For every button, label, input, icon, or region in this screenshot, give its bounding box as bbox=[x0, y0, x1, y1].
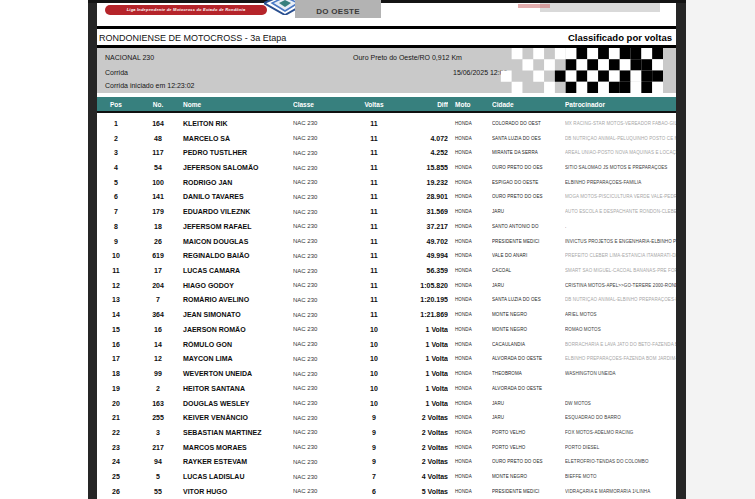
cell-patrocinador: INVICTUS PROJETOS E ENGENHARIA-ELBINHO P… bbox=[565, 239, 676, 244]
cell-voltas: 11 bbox=[353, 208, 395, 215]
cell-pos: 11 bbox=[97, 267, 135, 274]
page-frame-right bbox=[676, 0, 686, 499]
cell-classe: NAC 230 bbox=[293, 223, 353, 229]
cell-diff: 5 Voltas bbox=[395, 488, 448, 495]
cell-moto: HONDA bbox=[448, 430, 492, 435]
cell-classe: NAC 230 bbox=[293, 400, 353, 406]
table-row: 192HEITOR SANTANANAC 230101 VoltaHONDAAL… bbox=[97, 381, 676, 396]
column-header-no: No. bbox=[135, 101, 181, 108]
table-row: 2655VITOR HUGONAC 23065 VoltasHONDAPRESI… bbox=[97, 484, 676, 499]
cell-diff: 1:21.869 bbox=[395, 311, 448, 318]
cell-moto: HONDA bbox=[448, 356, 492, 361]
cell-name: LUCAS LADISLAU bbox=[181, 473, 293, 480]
table-row: 1516JAERSON ROMÃONAC 230101 VoltaHONDAMO… bbox=[97, 322, 676, 337]
cell-cidade: PRESIDENTE MÉDICI bbox=[492, 489, 565, 494]
cell-diff: 1 Volta bbox=[395, 370, 448, 377]
cell-diff: 31.569 bbox=[395, 208, 448, 215]
cell-moto: HONDA bbox=[448, 180, 492, 185]
cell-diff: 2 Voltas bbox=[395, 444, 448, 451]
column-header-diff: Diff bbox=[395, 101, 448, 108]
cell-pos: 9 bbox=[97, 238, 135, 245]
cell-patrocinador: MX RACING-STAR MOTOS-VEREADOR FABÃO-GIL-… bbox=[565, 121, 676, 126]
cell-moto: HONDA bbox=[448, 239, 492, 244]
cell-moto: HONDA bbox=[448, 150, 492, 155]
cell-pos: 8 bbox=[97, 223, 135, 230]
cell-no: 217 bbox=[135, 444, 181, 451]
cell-cidade: PORTO VELHO bbox=[492, 445, 565, 450]
cell-cidade: COLORADO DO OEST bbox=[492, 121, 565, 126]
cell-no: 619 bbox=[135, 252, 181, 259]
cell-moto: HONDA bbox=[448, 253, 492, 258]
column-header-patrocinador: Patrocinador bbox=[565, 101, 676, 108]
cell-voltas: 11 bbox=[353, 135, 395, 142]
table-row: 1614RÔMULO GONNAC 230101 VoltaHONDACACAU… bbox=[97, 337, 676, 352]
cell-cidade: SANTO ANTÔNIO DO bbox=[492, 224, 565, 229]
cell-voltas: 6 bbox=[353, 488, 395, 495]
cell-cidade: OURO PRETO DO OES bbox=[492, 459, 565, 464]
cell-moto: HONDA bbox=[448, 165, 492, 170]
classification-label: Classificado por voltas bbox=[568, 32, 676, 43]
cell-pos: 10 bbox=[97, 252, 135, 259]
cell-pos: 17 bbox=[97, 355, 135, 362]
cell-diff: 56.359 bbox=[395, 267, 448, 274]
track-label: Ouro Preto do Oeste/RO 0,912 Km bbox=[353, 54, 462, 61]
cell-moto: HONDA bbox=[448, 415, 492, 420]
cell-cidade: THEOBROMA bbox=[492, 371, 565, 376]
cell-classe: NAC 230 bbox=[293, 474, 353, 480]
cell-voltas: 10 bbox=[353, 370, 395, 377]
cell-classe: NAC 230 bbox=[293, 135, 353, 141]
table-row: 14364JEAN SIMONATONAC 230111:21.869HONDA… bbox=[97, 307, 676, 322]
cell-classe: NAC 230 bbox=[293, 341, 353, 347]
cell-pos: 16 bbox=[97, 341, 135, 348]
cell-patrocinador: ELETRÔFRIO-TENDAS DO COLOMBO bbox=[565, 459, 676, 464]
table-row: 1164KLEITON RIKNAC 23011HONDACOLORADO DO… bbox=[97, 116, 676, 131]
cell-diff: 2 Voltas bbox=[395, 414, 448, 421]
cell-diff: 19.232 bbox=[395, 179, 448, 186]
cell-classe: NAC 230 bbox=[293, 488, 353, 494]
cell-pos: 5 bbox=[97, 179, 135, 186]
cell-patrocinador: AREAL UNIÃO-POSTO NOVA MÁQUINAS E LOCAÇÕ… bbox=[565, 150, 676, 155]
cell-classe: NAC 230 bbox=[293, 415, 353, 421]
cell-cidade: ALVORADA DO OESTE bbox=[492, 386, 565, 391]
cell-diff: 37.217 bbox=[395, 223, 448, 230]
table-row: 926MAICON DOUGLASNAC 2301149.702HONDAPRE… bbox=[97, 234, 676, 249]
cell-patrocinador: ESQUADRÃO DO BARRO bbox=[565, 415, 676, 420]
cell-voltas: 11 bbox=[353, 164, 395, 171]
cell-cidade: VALE DO ANARI bbox=[492, 253, 565, 258]
cell-cidade: JARU bbox=[492, 209, 565, 214]
cell-name: JEFERSON SALOMÃO bbox=[181, 164, 293, 171]
cell-voltas: 9 bbox=[353, 414, 395, 421]
cell-patrocinador: PORTO DIESEL bbox=[565, 445, 676, 450]
cell-pos: 20 bbox=[97, 400, 135, 407]
cell-patrocinador: BIEFFE MOTO bbox=[565, 474, 676, 479]
cell-patrocinador: VIDRAÇARIA E MARMORARIA 1ªLINHA bbox=[565, 489, 676, 494]
cell-cidade: OURO PRETO DO OES bbox=[492, 165, 565, 170]
cell-no: 26 bbox=[135, 238, 181, 245]
cell-patrocinador: . bbox=[565, 224, 676, 229]
cell-moto: HONDA bbox=[448, 136, 492, 141]
cell-pos: 2 bbox=[97, 135, 135, 142]
event-info-panel: NACIONAL 230 Ouro Preto do Oeste/RO 0,91… bbox=[97, 48, 676, 93]
cell-voltas: 11 bbox=[353, 252, 395, 259]
cell-cidade: MONTE NEGRO bbox=[492, 327, 565, 332]
liga-badge: Liga Independente de Motocross do Estado… bbox=[105, 5, 267, 15]
cell-no: 7 bbox=[135, 296, 181, 303]
cell-moto: HONDA bbox=[448, 224, 492, 229]
cell-name: ROMÁRIO AVELINO bbox=[181, 296, 293, 303]
report-page[interactable]: Liga Independente de Motocross do Estado… bbox=[97, 3, 676, 499]
cell-no: 204 bbox=[135, 282, 181, 289]
cell-cidade: OURO PRETO DO OES bbox=[492, 194, 565, 199]
cell-name: RAYKER ESTEVAM bbox=[181, 458, 293, 465]
cell-cidade: PRESIDENTE MÉDICI bbox=[492, 239, 565, 244]
cell-classe: NAC 230 bbox=[293, 326, 353, 332]
cell-moto: HONDA bbox=[448, 386, 492, 391]
table-row: 10619REGINALDO BAIÃONAC 2301149.994HONDA… bbox=[97, 248, 676, 263]
cell-voltas: 7 bbox=[353, 473, 395, 480]
cell-classe: NAC 230 bbox=[293, 209, 353, 215]
cell-moto: HONDA bbox=[448, 401, 492, 406]
table-row: 1712MAYCON LIMANAC 230101 VoltaHONDAALVO… bbox=[97, 352, 676, 367]
cell-name: VITOR HUGO bbox=[181, 488, 293, 495]
cell-diff: 1:20.195 bbox=[395, 296, 448, 303]
cell-no: 255 bbox=[135, 414, 181, 421]
cell-classe: NAC 230 bbox=[293, 268, 353, 274]
